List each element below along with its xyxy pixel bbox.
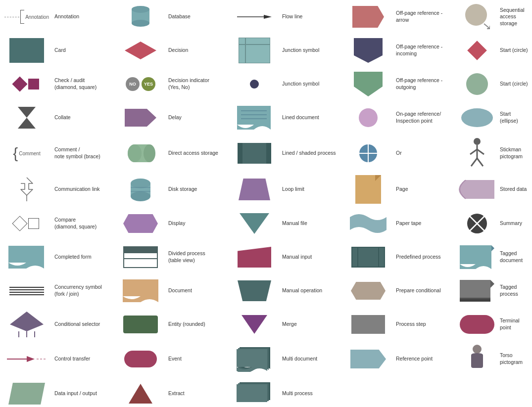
multi-doc-cell: Multi document — [228, 342, 341, 376]
offpage-incoming-cell: Off-page reference -incoming — [341, 34, 455, 67]
svg-point-30 — [131, 191, 150, 201]
predefined-icon — [351, 247, 385, 268]
loop-limit-cell: Loop limit — [228, 173, 341, 206]
comment-text: Comment — [19, 151, 40, 156]
junction-icon — [250, 80, 259, 89]
svg-rect-56 — [237, 349, 267, 367]
merge-cell: Merge — [228, 308, 341, 341]
direct-access-label: Direct access storage — [165, 150, 226, 157]
stickman-cell: Stickman pictogram — [455, 135, 532, 172]
database-cell: Database — [114, 0, 228, 34]
internal-storage-cell: Junction symbol — [228, 34, 341, 67]
ref-point-label: Reference point — [393, 356, 453, 362]
svg-point-31 — [131, 179, 150, 188]
disk-cell: Disk storage — [114, 173, 228, 206]
offpage-arrow-label: Off-page reference -arrow — [393, 10, 453, 23]
svg-rect-38 — [8, 246, 44, 263]
offpage-incoming-label: Off-page reference -incoming — [393, 44, 453, 57]
ctrl-transfer-icon — [7, 352, 47, 366]
svg-line-24 — [477, 149, 484, 154]
page-shape — [343, 175, 393, 204]
compare-diamond — [12, 216, 27, 231]
junction-cell: Junction symbol — [228, 67, 341, 101]
svg-line-26 — [477, 158, 483, 166]
or-label: Or — [393, 150, 453, 157]
onpage-ref-cell: On-page reference/Inspection point — [341, 101, 455, 135]
prepare-cell: Prepare conditional — [341, 274, 455, 308]
multi-process-label: Multi process — [279, 390, 339, 397]
stickman-label: Stickman pictogram — [497, 146, 530, 160]
lined-process-icon — [238, 143, 271, 164]
terminal-icon — [460, 315, 494, 334]
loop-limit-label: Loop limit — [279, 186, 339, 193]
comment-label: Comment /note symbol (brace) — [51, 146, 112, 160]
svg-point-2 — [132, 20, 149, 27]
tagged-doc-icon — [460, 245, 494, 269]
tagged-doc-cell: Tagged document — [455, 240, 532, 274]
completed-form-label: Completed form — [51, 254, 112, 261]
lined-process-cell: Lined / shaded process — [228, 136, 341, 170]
loop-limit-icon — [239, 179, 270, 200]
check-cell: Check / audit(diamond, square) — [0, 67, 114, 101]
process-step-icon — [351, 315, 385, 334]
stored-data-shape — [457, 179, 497, 200]
flowline-icon — [237, 12, 272, 22]
prepare-label: Prepare conditional — [393, 287, 453, 294]
onpage-ref-icon — [359, 108, 378, 127]
lined-doc-shape — [230, 106, 279, 130]
event-shape — [116, 351, 165, 367]
lined-doc-label: Lined document — [279, 114, 339, 121]
lined-doc-cell: Lined document — [228, 101, 341, 135]
comment-cell: { Comment Comment /note symbol (brace) — [0, 136, 114, 170]
start-ellipse-label: Start (ellipse) — [497, 111, 530, 124]
display-label: Display — [165, 220, 226, 227]
offpage-outgoing-label: Off-page reference -outgoing — [393, 77, 453, 90]
display-cell: Display — [114, 207, 228, 240]
delay-cell: Delay — [114, 101, 228, 135]
display-shape — [116, 214, 165, 233]
entity-cell: Entity (rounded) — [114, 308, 228, 341]
compare-icon — [14, 218, 39, 229]
cond-selector-cell: Conditional selector — [0, 308, 114, 341]
predefined-cell: Predefined process — [341, 240, 455, 274]
multi-process-shape — [230, 381, 279, 406]
torso-shape — [457, 344, 497, 374]
start-circle-icon — [466, 73, 488, 95]
seq-access-shape — [457, 3, 497, 31]
decision-label: Decision — [165, 47, 226, 54]
check-icon — [14, 79, 39, 90]
manual-file-cell: Manual file — [228, 207, 341, 240]
lined-process-shape — [230, 143, 279, 164]
card-icon — [9, 38, 44, 63]
annotation-text-label: Annotation — [25, 14, 49, 20]
annotation-line — [4, 17, 19, 17]
completed-form-cell: Completed form — [0, 240, 114, 274]
svg-point-21 — [474, 138, 481, 145]
fork-line-bottom — [9, 294, 44, 295]
junction-shape — [230, 80, 279, 89]
extract-cell: Extract — [114, 377, 228, 407]
terminal-label: Terminal point — [497, 317, 530, 331]
extract-label: Extract — [165, 390, 226, 397]
dec-indicator-cell: NO YES Decision indicator(Yes, No) — [114, 67, 228, 101]
page-fold — [375, 175, 381, 181]
svg-point-17 — [128, 144, 142, 162]
compare-shape — [2, 218, 51, 229]
ref-point-shape — [343, 350, 393, 368]
offpage-outgoing-icon — [354, 72, 383, 96]
comment-shape: { Comment — [2, 146, 51, 161]
direct-access-icon — [126, 143, 155, 163]
divided-cell: Divided process(table view) — [114, 240, 228, 274]
start-ellipse-icon — [461, 108, 493, 127]
entity-label: Entity (rounded) — [165, 321, 226, 328]
stored-data-label: Stored data — [497, 186, 530, 193]
event-cell: Event — [114, 342, 228, 376]
seq-access-label: Sequential accessstorage — [497, 7, 530, 27]
svg-point-57 — [473, 345, 482, 354]
multi-process-icon — [237, 381, 272, 406]
compare-cell: Compare(diamond, square) — [0, 207, 114, 240]
compare-square — [28, 218, 39, 229]
tagged-process-shape — [457, 280, 497, 302]
process-step-shape — [343, 315, 393, 334]
start-circle-label: Start (circle) — [497, 81, 530, 88]
